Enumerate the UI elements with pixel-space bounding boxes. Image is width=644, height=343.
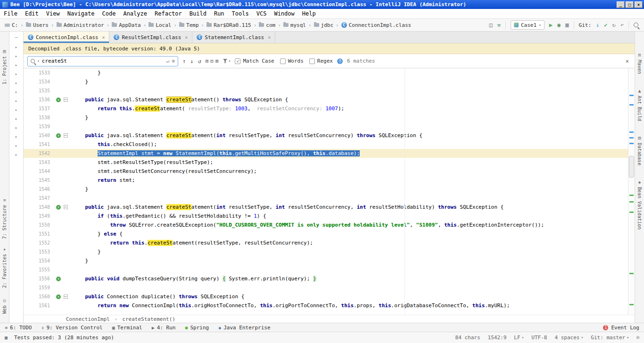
crumb-connectionimpl-class[interactable]: CConnectionImpl.class xyxy=(340,22,412,29)
debug-icon[interactable]: ◉ xyxy=(557,22,561,28)
crumb-jdbc[interactable]: jdbc xyxy=(313,22,335,29)
line-number[interactable]: 1550 xyxy=(24,220,55,229)
tree-expand-icon[interactable]: ▸ xyxy=(15,52,17,61)
code-line-1548[interactable]: 1548↑− public java.sql.Statement createS… xyxy=(24,203,628,212)
code-text[interactable]: return new ConnectionImpl(this.origHostT… xyxy=(69,301,628,310)
code-text[interactable] xyxy=(69,283,628,292)
menu-navigate[interactable]: Navigate xyxy=(64,10,99,17)
code-line-1535[interactable]: 1535 xyxy=(24,86,628,95)
code-text[interactable]: } xyxy=(69,68,628,77)
code-line-1539[interactable]: 1539 xyxy=(24,122,628,131)
menu-build[interactable]: Build xyxy=(186,10,210,17)
breadcrumb-createstatement[interactable]: createStatement() xyxy=(122,316,175,322)
code-text[interactable]: } xyxy=(69,77,628,86)
crumb-local[interactable]: Local xyxy=(148,22,172,29)
line-number[interactable]: 1553 xyxy=(24,247,55,256)
close-tab-icon[interactable]: × xyxy=(185,35,188,40)
tree-expand-icon[interactable]: ▸ xyxy=(15,43,17,52)
override-gutter-icon[interactable]: ↑ xyxy=(56,98,61,102)
status-message[interactable]: Tests passed: 3 (28 minutes ago) xyxy=(14,335,114,341)
code-text[interactable]: public Connection duplicate() throws SQL… xyxy=(69,292,628,301)
regex-help-icon[interactable]: ? xyxy=(337,58,343,64)
line-number[interactable]: 1546 xyxy=(24,185,55,194)
menu-vcs[interactable]: VCS xyxy=(253,10,271,17)
code-line-1543[interactable]: 1543 stmt.setResultSetType(resultSetType… xyxy=(24,158,628,167)
tree-expand-icon[interactable]: ▸ xyxy=(15,79,17,88)
tree-expand-icon[interactable]: ▸ xyxy=(15,132,17,141)
code-text[interactable] xyxy=(69,194,628,203)
line-number[interactable]: 1540 xyxy=(24,131,55,140)
line-number[interactable]: 1534 xyxy=(24,77,55,86)
next-match-button[interactable]: ↓ xyxy=(190,58,193,65)
code-line-1534[interactable]: 1534 } xyxy=(24,77,628,86)
code-line-1556[interactable]: 1556↑ public void dumpTestcaseQuery(Stri… xyxy=(24,274,628,283)
words-checkbox[interactable]: Words xyxy=(280,58,304,64)
crumb-administrator[interactable]: Administrator xyxy=(56,22,105,29)
tool-button-6-todo[interactable]: ≡6: TODO xyxy=(5,325,32,331)
tree-expand-icon[interactable]: ▸ xyxy=(15,123,17,132)
code-text[interactable]: stmt.setResultSetConcurrency(resultSetCo… xyxy=(69,167,628,176)
git-history-icon[interactable]: ↻ xyxy=(612,22,616,28)
tool-button-spring[interactable]: ●Spring xyxy=(185,325,209,331)
search-field[interactable]: ▾ createSt ↵ ⊗ xyxy=(27,56,178,66)
code-line-1537[interactable]: 1537 return this.createStatement( result… xyxy=(24,104,628,113)
previous-match-button[interactable]: ↑ xyxy=(182,58,186,65)
code-line-1560[interactable]: 1560↑− public Connection duplicate() thr… xyxy=(24,292,628,301)
code-text[interactable]: return stmt; xyxy=(69,176,628,185)
tree-expand-icon[interactable]: ▸ xyxy=(15,97,17,106)
code-text[interactable]: return this.createStatement(resultSetTyp… xyxy=(69,238,628,247)
code-text[interactable]: } xyxy=(69,113,628,122)
code-text[interactable]: StatementImpl stmt = new StatementImpl(t… xyxy=(69,149,628,158)
code-line-1541[interactable]: 1541 this.checkClosed(); xyxy=(24,140,628,149)
crumb-com[interactable]: com xyxy=(258,22,276,29)
line-number[interactable]: 1545 xyxy=(24,176,55,185)
tool-button-terminal[interactable]: ▣Terminal xyxy=(112,325,142,331)
add-occurrence-icon[interactable]: ⊞ xyxy=(206,58,209,64)
stripe-mark-blue[interactable] xyxy=(629,95,634,96)
code-line-1554[interactable]: 1554 } xyxy=(24,256,628,265)
build-hammer-icon[interactable]: ⚒ xyxy=(497,22,501,28)
crumb-rar-dra0-115[interactable]: Rar$DRa0.115 xyxy=(206,22,252,29)
line-number[interactable]: 1560 xyxy=(24,292,55,301)
code-line-1540[interactable]: 1540↑− public java.sql.Statement createS… xyxy=(24,131,628,140)
menu-refactor[interactable]: Refactor xyxy=(151,10,186,17)
caret-position[interactable]: 1542:9 xyxy=(488,335,507,341)
tool-button-9-version-control[interactable]: ↕9: Version Control xyxy=(41,325,102,331)
git-commit-icon[interactable]: ✔ xyxy=(604,22,607,28)
line-number[interactable]: 1556 xyxy=(24,274,55,283)
find-all-button[interactable]: ↺ xyxy=(198,58,201,65)
event-log-button[interactable]: 1Event Log xyxy=(603,325,639,331)
tool-button-7-structure[interactable]: 7: Structure xyxy=(2,203,7,241)
line-number[interactable]: 1552 xyxy=(24,238,55,247)
tool-button-ant-build[interactable]: Ant Build xyxy=(637,94,642,123)
line-number[interactable]: 1554 xyxy=(24,256,55,265)
tool-button-2-favorites[interactable]: 2: Favorites xyxy=(2,252,7,290)
stripe-mark-green[interactable] xyxy=(629,195,634,196)
tool-button-database[interactable]: Database xyxy=(637,141,642,167)
close-find-bar-icon[interactable]: × xyxy=(626,58,631,65)
toolwindow-toggle-icon[interactable]: ▦ xyxy=(5,335,8,340)
newline-icon[interactable]: ↵ xyxy=(166,58,170,64)
code-line-1559[interactable]: 1559 xyxy=(24,283,628,292)
close-tab-icon[interactable]: × xyxy=(102,35,105,40)
tree-expand-icon[interactable]: ▸ xyxy=(15,70,17,79)
crumb-users[interactable]: Users xyxy=(25,22,50,29)
code-area[interactable]: 1533 }1534 }15351536↑− public java.sql.S… xyxy=(24,68,628,315)
code-text[interactable]: if (this.getPedantic() && resultSetHolda… xyxy=(69,212,628,220)
override-gutter-icon[interactable]: ↑ xyxy=(56,294,61,299)
regex-checkbox[interactable]: Regex xyxy=(309,58,333,64)
line-number[interactable]: 1542 xyxy=(24,149,55,158)
tree-expand-icon[interactable]: ▸ xyxy=(15,61,17,70)
tool-button-bean-validation[interactable]: Bean Validation xyxy=(637,185,642,231)
remove-occurrence-icon[interactable]: ⊟ xyxy=(210,58,214,64)
code-text[interactable]: throw SQLError.createSQLException("HOLD_… xyxy=(69,220,628,229)
toolwindow-layout-icon[interactable]: ◫ xyxy=(489,22,492,28)
menu-edit[interactable]: Edit xyxy=(21,10,42,17)
code-line-1538[interactable]: 1538 } xyxy=(24,113,628,122)
code-text[interactable]: public void dumpTestcaseQuery(String que… xyxy=(69,274,628,283)
fold-icon[interactable]: − xyxy=(64,294,68,299)
code-line-1544[interactable]: 1544 stmt.setResultSetConcurrency(result… xyxy=(24,167,628,176)
line-number[interactable]: 1551 xyxy=(24,229,55,238)
menu-window[interactable]: Window xyxy=(270,10,298,17)
stripe-mark-blue[interactable] xyxy=(629,137,634,139)
